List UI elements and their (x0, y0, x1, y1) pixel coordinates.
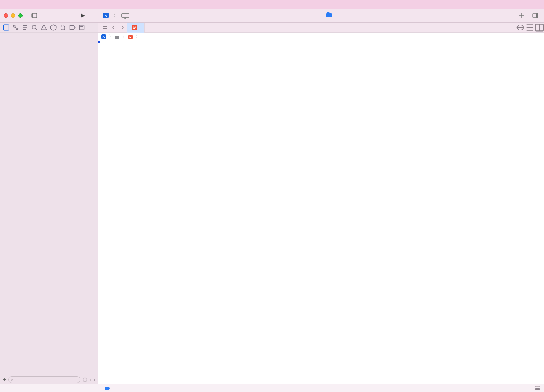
editor-tab-bar (98, 23, 544, 33)
library-button[interactable] (530, 11, 540, 20)
scheme-selector[interactable]: A 〉 (100, 11, 134, 20)
svg-rect-8 (61, 26, 65, 30)
minimize-window-button[interactable] (11, 13, 15, 18)
svg-rect-18 (535, 388, 540, 390)
close-window-button[interactable] (4, 13, 8, 18)
folder-icon (115, 35, 119, 39)
swift-file-icon (128, 35, 133, 39)
cloud-status-icon[interactable] (326, 13, 332, 17)
annotation-highlight-box (98, 41, 100, 43)
editor-area: A 〉 〉 〉 (98, 23, 544, 384)
svg-rect-10 (103, 26, 105, 27)
navigator-filter-field[interactable]: ⌕ (8, 376, 80, 383)
recent-files-button[interactable]: ◷ (82, 376, 88, 383)
svg-point-5 (13, 25, 15, 27)
activity-status: | (137, 13, 513, 18)
jump-bar[interactable]: A 〉 〉 〉 (98, 33, 544, 41)
file-tab-project[interactable] (127, 23, 145, 33)
run-button[interactable] (78, 11, 88, 20)
source-editor[interactable] (98, 41, 544, 384)
toggle-canvas-button[interactable] (516, 23, 525, 32)
project-navigator-tab[interactable] (3, 24, 9, 31)
navigator-sidebar: + ⌕ ◷ ▭ (0, 23, 98, 384)
report-navigator-tab[interactable] (78, 24, 85, 31)
navigator-tab-bar (0, 23, 98, 33)
filter-icon: ⌕ (11, 377, 13, 382)
add-editor-button[interactable] (535, 23, 544, 32)
mac-device-icon (121, 13, 129, 18)
add-target-button[interactable]: + (3, 377, 6, 383)
source-control-navigator-tab[interactable] (12, 24, 19, 31)
add-button[interactable] (516, 11, 527, 20)
editor-bottom-bar (0, 384, 544, 392)
svg-rect-4 (3, 25, 9, 30)
project-tree (0, 33, 98, 375)
swift-file-icon (132, 25, 137, 30)
scheme-target-icon: A (103, 13, 109, 18)
jumpbar-project-icon: A (101, 34, 106, 39)
test-navigator-tab[interactable] (50, 24, 57, 31)
zoom-window-button[interactable] (18, 13, 23, 18)
breakpoint-indicator-icon[interactable] (105, 387, 110, 390)
window-controls (4, 13, 23, 18)
scm-filter-button[interactable]: ▭ (90, 376, 95, 383)
cursor-position (527, 386, 529, 391)
chevron-right-icon: 〉 (135, 34, 140, 40)
debug-navigator-tab[interactable] (60, 24, 66, 31)
find-navigator-tab[interactable] (31, 24, 38, 31)
window-toolbar: A 〉 | (0, 9, 544, 23)
adjust-editor-button[interactable] (525, 23, 535, 32)
toggle-navigator-button[interactable] (29, 11, 39, 20)
nav-forward-button[interactable] (118, 23, 127, 32)
macos-menubar (0, 0, 544, 9)
svg-rect-1 (32, 13, 33, 18)
svg-rect-9 (80, 25, 84, 30)
svg-point-6 (16, 28, 18, 30)
related-items-button[interactable] (101, 23, 109, 32)
breakpoint-navigator-tab[interactable] (69, 24, 76, 31)
svg-rect-3 (536, 13, 538, 18)
svg-rect-12 (103, 28, 105, 29)
chevron-right-icon: 〉 (114, 13, 118, 18)
navigator-bottom-bar: + ⌕ ◷ ▭ (0, 375, 98, 384)
symbol-navigator-tab[interactable] (22, 24, 28, 31)
nav-back-button[interactable] (109, 23, 118, 32)
toggle-debug-area-button[interactable] (535, 386, 540, 391)
chevron-right-icon: 〉 (122, 34, 127, 40)
issue-navigator-tab[interactable] (41, 24, 47, 31)
chevron-right-icon: 〉 (109, 34, 113, 40)
svg-rect-13 (105, 28, 107, 29)
svg-rect-11 (105, 26, 107, 27)
